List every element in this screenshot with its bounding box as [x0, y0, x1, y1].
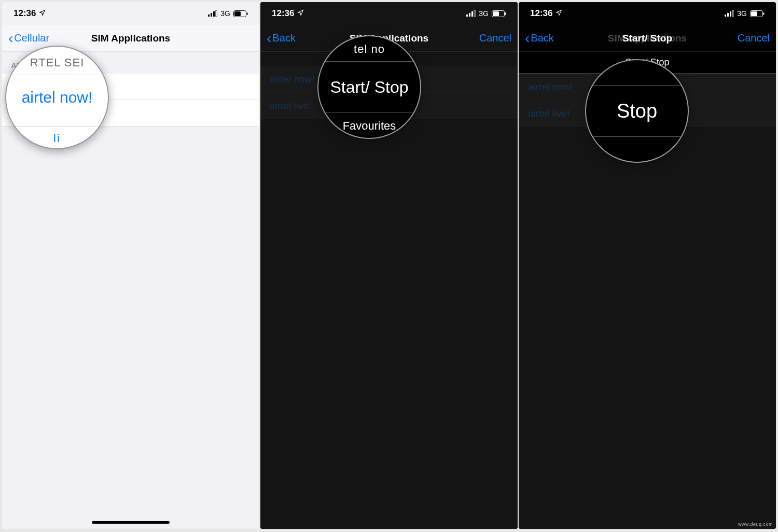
- nav-bar: ‹ Back SIM Applications Start/ Stop Canc…: [519, 25, 776, 52]
- location-icon: [39, 9, 46, 18]
- watermark: www.deuq.com: [738, 522, 773, 527]
- status-bar: 12:36 3G: [2, 2, 259, 25]
- svg-rect-2: [213, 11, 215, 17]
- home-indicator: [92, 521, 170, 524]
- svg-rect-3: [216, 10, 217, 17]
- content: airtel now! airtel live!: [260, 52, 518, 119]
- chevron-left-icon: ‹: [267, 31, 271, 46]
- svg-rect-14: [725, 15, 726, 17]
- screen-3-stop-confirm: 12:36 3G ‹ Back SIM Applications Start/ …: [519, 2, 776, 529]
- row-airtel-now[interactable]: airtel now!: [2, 74, 259, 100]
- row-airtel-now[interactable]: airtel now!: [260, 66, 518, 93]
- battery-icon: [750, 10, 765, 17]
- back-label: Back: [531, 32, 553, 44]
- status-time: 12:36: [13, 8, 36, 19]
- status-time: 12:36: [272, 8, 294, 19]
- status-network: 3G: [479, 9, 489, 18]
- location-icon: [297, 9, 304, 18]
- battery-icon: [233, 10, 248, 17]
- status-time: 12:36: [530, 8, 552, 19]
- back-button[interactable]: ‹ Back: [267, 31, 296, 46]
- svg-rect-12: [493, 11, 499, 16]
- content: AIRTEL SERVICES airtel now! airtel live!: [2, 52, 259, 127]
- status-bar: 12:36 3G: [519, 2, 776, 25]
- screen-2-start-stop-menu: 12:36 3G ‹ Back SIM Applications Cancel …: [260, 2, 518, 529]
- popup-header: Start/ Stop: [519, 52, 776, 74]
- signal-icon: [725, 10, 734, 17]
- screen-1-sim-applications: 12:36 3G ‹ Cellular SIM Applications AIR…: [2, 2, 259, 529]
- magnifier-below-fragment: li: [53, 132, 61, 145]
- chevron-left-icon: ‹: [525, 31, 530, 46]
- back-label: Cellular: [14, 32, 49, 44]
- status-network: 3G: [737, 9, 747, 18]
- nav-bar: ‹ Cellular SIM Applications: [2, 25, 259, 52]
- row-airtel-live[interactable]: airtel live!: [519, 101, 776, 127]
- svg-rect-15: [727, 13, 729, 17]
- section-header: AIRTEL SERVICES: [2, 52, 259, 74]
- battery-icon: [492, 10, 506, 17]
- svg-rect-9: [471, 11, 473, 17]
- svg-rect-13: [505, 12, 506, 15]
- svg-rect-20: [763, 12, 765, 15]
- svg-rect-6: [247, 12, 248, 15]
- back-button[interactable]: ‹ Back: [525, 31, 554, 46]
- chevron-left-icon: ‹: [8, 31, 13, 46]
- status-bar: 12:36 3G: [260, 2, 518, 25]
- signal-icon: [208, 10, 217, 17]
- dim-overlay: [519, 75, 776, 529]
- svg-rect-1: [211, 13, 212, 17]
- svg-rect-19: [751, 11, 757, 16]
- svg-rect-16: [730, 11, 731, 17]
- cancel-button[interactable]: Cancel: [738, 32, 770, 44]
- svg-rect-7: [466, 15, 468, 17]
- svg-rect-17: [732, 10, 734, 17]
- cancel-button[interactable]: Cancel: [479, 32, 511, 44]
- row-airtel-live[interactable]: airtel live!: [260, 93, 518, 119]
- content: airtel now! airtel live!: [519, 74, 776, 127]
- magnifier-bottom: Favourites: [343, 119, 396, 133]
- svg-rect-5: [234, 11, 241, 16]
- row-airtel-live[interactable]: airtel live!: [2, 100, 259, 127]
- row-airtel-now[interactable]: airtel now!: [519, 74, 776, 101]
- location-icon: [555, 9, 562, 18]
- svg-rect-10: [474, 10, 476, 17]
- nav-bar: ‹ Back SIM Applications Cancel: [260, 25, 518, 52]
- signal-icon: [466, 10, 476, 17]
- svg-rect-0: [208, 15, 210, 17]
- back-button[interactable]: ‹ Cellular: [8, 31, 49, 46]
- back-label: Back: [272, 32, 295, 44]
- svg-rect-8: [469, 13, 470, 17]
- status-network: 3G: [220, 9, 230, 18]
